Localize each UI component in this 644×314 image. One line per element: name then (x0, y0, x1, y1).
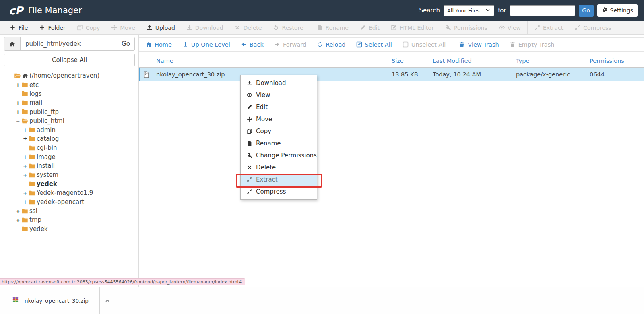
path-bar: Go (4, 37, 135, 51)
nav-select-all-button[interactable]: Select All (351, 38, 397, 51)
folder-icon (29, 180, 35, 187)
tree-toggle-icon[interactable]: + (15, 208, 21, 214)
context-menu-change-permissions[interactable]: Change Permissions (241, 149, 317, 161)
tree-toggle-icon[interactable]: + (15, 217, 21, 223)
settings-button[interactable]: Settings (597, 4, 638, 17)
folder-icon (29, 153, 35, 160)
context-menu-label: Copy (256, 128, 271, 135)
tree-toggle-icon[interactable]: + (23, 154, 28, 160)
tree-item-install[interactable]: +install (0, 161, 138, 170)
table-header-row: NameSizeLast ModifiedTypePermissions (139, 54, 644, 68)
tree-item-ssl[interactable]: +ssl (0, 207, 138, 215)
tree-item-yedek-opencart[interactable]: +yedek-opencart (0, 197, 138, 206)
toolbar-file-button[interactable]: File (4, 21, 33, 34)
context-menu-rename[interactable]: Rename (241, 137, 317, 149)
path-go-button[interactable]: Go (117, 37, 134, 50)
context-menu-label: Edit (256, 103, 268, 111)
toolbar-view-button: View (493, 21, 526, 34)
tree-item-cgi-bin[interactable]: cgi-bin (0, 143, 138, 152)
toolbar-copy-button: Copy (71, 21, 106, 34)
toolbar-folder-button[interactable]: Folder (33, 21, 71, 34)
tree-item-public-ftp[interactable]: +public_ftp (0, 107, 138, 116)
tree-item-label: yedek (29, 225, 48, 233)
context-menu-delete[interactable]: Delete (241, 161, 317, 174)
chevron-up-icon[interactable] (105, 298, 110, 304)
tree-toggle-icon[interactable]: + (15, 109, 21, 115)
context-menu-label: View (256, 91, 270, 99)
context-menu-label: Move (256, 116, 272, 123)
tree-toggle-icon[interactable]: + (23, 199, 28, 205)
tree-item-image[interactable]: +image (0, 153, 138, 161)
column-header-name[interactable]: Name (139, 58, 392, 64)
nav-up-one-level-button[interactable]: Up One Level (177, 38, 235, 51)
tree-toggle-icon[interactable]: + (23, 190, 28, 196)
context-menu-move[interactable]: Move (241, 113, 317, 125)
x-icon (247, 165, 252, 170)
nav-forward-button: Forward (269, 38, 312, 51)
toolbar-label: Move (120, 25, 135, 31)
search-go-button[interactable]: Go (579, 5, 594, 17)
downloads-bar: nkolay_opencart_30.zip Tümünü göster (0, 287, 644, 314)
column-header-permissions[interactable]: Permissions (590, 58, 644, 64)
tree-toggle-icon[interactable]: + (23, 127, 28, 133)
tree-item-label: mail (29, 99, 42, 106)
context-menu-compress[interactable]: Compress (241, 186, 317, 198)
context-menu-copy[interactable]: Copy (241, 125, 317, 137)
nav-reload-button[interactable]: Reload (312, 38, 351, 51)
tree-item-yedek-magento1-9[interactable]: +Yedek-magento1.9 (0, 188, 138, 197)
table-row[interactable]: nkolay_opencart_30.zip13.85 KBToday, 10:… (139, 68, 644, 81)
tree-item-label: image (37, 153, 56, 161)
nav-view-trash-button[interactable]: View Trash (454, 38, 504, 51)
trash-icon (459, 41, 465, 48)
home-path-button[interactable] (4, 37, 21, 50)
directory-tree: −(/home/opencartraven)+etclogs+mail+publ… (0, 70, 138, 287)
tree-item-yedek[interactable]: yedek (0, 225, 138, 233)
tree-item-mail[interactable]: +mail (0, 98, 138, 107)
context-menu-label: Rename (256, 140, 281, 147)
search-area: Search All Your Files for Go Settings (419, 4, 644, 17)
eye-icon (247, 92, 252, 98)
toolbar-upload-button[interactable]: Upload (141, 21, 181, 34)
search-scope-select[interactable]: All Your Files (444, 5, 494, 16)
path-input[interactable] (21, 37, 117, 50)
rar-icon (12, 296, 19, 303)
tree-item-public-html[interactable]: −public_html (0, 116, 138, 125)
gear-icon (602, 7, 608, 14)
tree-toggle-icon[interactable]: + (23, 172, 28, 178)
tree-toggle-icon[interactable]: + (23, 136, 28, 142)
column-header-last-modified[interactable]: Last Modified (433, 58, 516, 64)
tree-toggle-icon[interactable]: + (15, 100, 21, 106)
tree-item-home-opencartraven[interactable]: −(/home/opencartraven) (0, 71, 138, 80)
context-menu-view[interactable]: View (241, 89, 317, 101)
compress-icon (247, 189, 252, 194)
toolbar-restore-button: Restore (267, 21, 309, 34)
tree-toggle-icon[interactable]: + (15, 82, 21, 88)
column-header-size[interactable]: Size (392, 58, 433, 64)
context-menu-extract[interactable]: Extract (241, 174, 317, 186)
collapse-all-button[interactable]: Collapse All (4, 54, 135, 66)
context-menu-edit[interactable]: Edit (241, 101, 317, 113)
toolbar-rename-button: Rename (311, 21, 354, 34)
column-header-type[interactable]: Type (516, 58, 590, 64)
tree-item-catalog[interactable]: +catalog (0, 134, 138, 143)
tree-item-etc[interactable]: +etc (0, 80, 138, 89)
tree-toggle-icon[interactable]: + (23, 163, 28, 169)
tree-toggle-icon[interactable]: − (15, 118, 21, 124)
tree-item-admin[interactable]: +admin (0, 125, 138, 134)
nav-back-button[interactable]: Back (235, 38, 269, 51)
tree-item-logs[interactable]: logs (0, 89, 138, 98)
tree-toggle-icon[interactable]: − (8, 73, 13, 79)
nav-home-button[interactable]: Home (140, 38, 177, 51)
tree-item-tmp[interactable]: +tmp (0, 215, 138, 224)
toolbar-label: Delete (243, 25, 262, 31)
toolbar-extract-button: Extract (528, 21, 569, 34)
context-menu-download[interactable]: Download (241, 77, 317, 89)
tree-item-yedek[interactable]: yedek (0, 180, 138, 188)
download-item[interactable]: nkolay_opencart_30.zip (7, 287, 115, 314)
key-icon (247, 153, 252, 158)
folder-icon (21, 108, 28, 115)
file-last-modified: Today, 10:24 AM (433, 71, 516, 78)
search-input[interactable] (510, 5, 575, 16)
plus-icon (39, 25, 45, 31)
tree-item-system[interactable]: +system (0, 170, 138, 179)
